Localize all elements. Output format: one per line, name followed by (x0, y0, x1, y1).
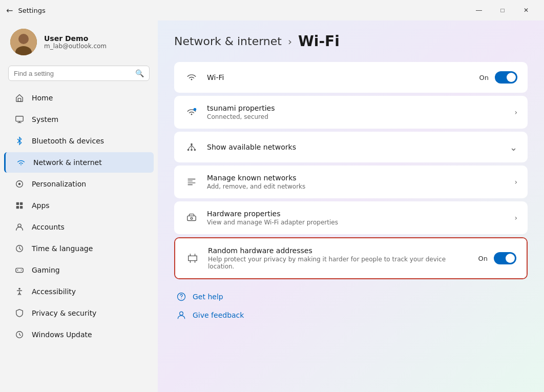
svg-rect-32 (187, 216, 196, 220)
apps-icon (14, 200, 25, 211)
sidebar-item-accounts-label: Accounts (32, 223, 65, 231)
svg-point-21 (191, 143, 193, 146)
svg-rect-11 (16, 206, 19, 209)
close-button[interactable]: ✕ (514, 2, 538, 18)
manage-right: › (514, 178, 517, 186)
tsunami-row[interactable]: tsunami properties Connected, secured › (174, 96, 528, 129)
sidebar: User Demo m_lab@outlook.com 🔍 Home (0, 20, 158, 392)
sidebar-item-gaming[interactable]: Gaming (4, 260, 154, 280)
networks-row[interactable]: Show available networks ⌄ (174, 132, 528, 162)
hardware-row[interactable]: Hardware properties View and manage Wi-F… (174, 201, 528, 234)
title-bar-left: ← Settings (6, 6, 46, 15)
manage-row[interactable]: Manage known networks Add, remove, and e… (174, 166, 528, 198)
networks-right: ⌄ (510, 142, 517, 153)
tsunami-title: tsunami properties (207, 104, 506, 112)
search-box[interactable]: 🔍 (8, 66, 150, 81)
wifi-text: Wi-Fi (207, 73, 471, 81)
privacy-icon (14, 308, 25, 318)
app-body: User Demo m_lab@outlook.com 🔍 Home (0, 20, 544, 392)
wifi-toggle-label: On (479, 74, 489, 81)
networks-chevron: ⌄ (510, 142, 517, 153)
wifi-title: Wi-Fi (207, 73, 471, 81)
sidebar-item-personalization-label: Personalization (32, 180, 86, 188)
svg-rect-3 (18, 98, 20, 101)
avatar-image (10, 29, 37, 55)
links-section: Get help Give feedback (174, 287, 528, 324)
sidebar-item-network[interactable]: Network & internet (4, 152, 154, 173)
svg-point-1 (18, 34, 29, 44)
svg-point-19 (18, 288, 20, 290)
gaming-icon (14, 265, 25, 275)
search-icon: 🔍 (135, 69, 144, 77)
wifi-icon (184, 70, 199, 85)
network-icon (16, 157, 26, 168)
sidebar-item-time[interactable]: Time & language (4, 238, 154, 259)
tsunami-subtitle: Connected, secured (207, 113, 506, 120)
system-icon (14, 114, 25, 125)
sidebar-item-system[interactable]: System (4, 109, 154, 130)
home-icon (14, 93, 25, 103)
search-input[interactable] (14, 70, 131, 77)
networks-card: Show available networks ⌄ (174, 132, 528, 162)
hardware-chevron: › (514, 214, 517, 222)
hardware-title: Hardware properties (207, 210, 506, 218)
tsunami-text: tsunami properties Connected, secured (207, 104, 506, 120)
accounts-icon (14, 222, 25, 232)
windows-update-icon (14, 329, 25, 340)
sidebar-item-personalization[interactable]: Personalization (4, 174, 154, 194)
svg-point-18 (21, 270, 22, 271)
wifi-toggle[interactable] (495, 71, 517, 84)
sidebar-item-accounts[interactable]: Accounts (4, 217, 154, 237)
manage-icon (184, 175, 199, 189)
breadcrumb-sep: › (288, 35, 292, 48)
tsunami-card: tsunami properties Connected, secured › (174, 96, 528, 129)
tsunami-chevron: › (514, 108, 517, 116)
svg-point-24 (194, 149, 196, 151)
wifi-row[interactable]: Wi-Fi On (174, 62, 528, 93)
back-icon[interactable]: ← (6, 6, 13, 15)
sidebar-item-time-label: Time & language (32, 244, 93, 253)
sidebar-item-accessibility[interactable]: Accessibility (4, 281, 154, 302)
window-controls: — □ ✕ (467, 2, 538, 18)
manage-subtitle: Add, remove, and edit networks (207, 183, 506, 190)
personalization-icon (14, 179, 25, 189)
hardware-icon (184, 211, 199, 225)
manage-chevron: › (514, 178, 517, 186)
sidebar-item-home[interactable]: Home (4, 88, 154, 108)
svg-rect-10 (20, 202, 23, 205)
avatar (10, 29, 37, 55)
feedback-label[interactable]: Give feedback (193, 311, 244, 319)
svg-point-22 (187, 149, 190, 151)
random-hardware-toggle[interactable] (494, 252, 516, 264)
sidebar-item-bluetooth[interactable]: Bluetooth & devices (4, 131, 154, 151)
sidebar-item-windows-update[interactable]: Windows Update (4, 324, 154, 345)
sidebar-item-home-label: Home (32, 94, 53, 102)
sidebar-item-privacy[interactable]: Privacy & security (4, 303, 154, 323)
wifi-right: On (479, 71, 517, 84)
minimize-button[interactable]: — (467, 2, 491, 18)
sidebar-item-network-label: Network & internet (33, 158, 102, 167)
feedback-link[interactable]: Give feedback (174, 306, 528, 324)
sidebar-item-system-label: System (32, 115, 58, 123)
random-hardware-text: Random hardware addresses Help protect y… (208, 246, 470, 270)
manage-title: Manage known networks (207, 174, 506, 182)
svg-rect-15 (16, 268, 23, 272)
maximize-button[interactable]: □ (491, 2, 514, 18)
svg-point-33 (191, 217, 193, 219)
page-header: Network & internet › Wi-Fi (174, 33, 528, 50)
random-hardware-card: Random hardware addresses Help protect y… (174, 237, 528, 279)
get-help-link[interactable]: Get help (174, 287, 528, 306)
user-section[interactable]: User Demo m_lab@outlook.com (0, 20, 158, 64)
breadcrumb-current: Wi-Fi (298, 33, 340, 50)
svg-point-23 (191, 149, 193, 151)
svg-point-8 (18, 183, 21, 185)
networks-icon (184, 140, 199, 154)
svg-line-25 (189, 145, 192, 149)
accessibility-icon (14, 286, 25, 297)
random-hardware-row[interactable]: Random hardware addresses Help protect y… (175, 238, 527, 278)
sidebar-item-apps[interactable]: Apps (4, 195, 154, 216)
svg-rect-4 (16, 116, 23, 121)
hardware-subtitle: View and manage Wi-Fi adapter properties (207, 219, 506, 226)
get-help-label[interactable]: Get help (193, 293, 223, 301)
networks-text: Show available networks (207, 143, 501, 151)
